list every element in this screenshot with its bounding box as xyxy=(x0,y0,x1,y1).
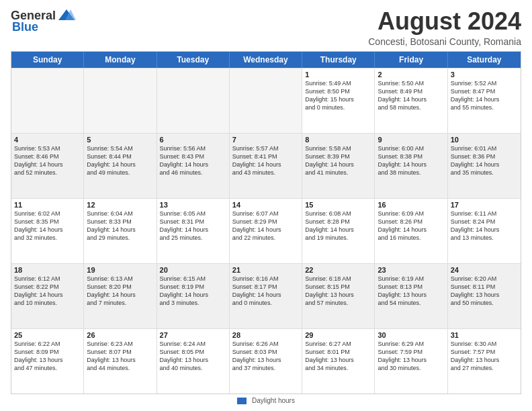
calendar-cell: 4Sunrise: 5:53 AM Sunset: 8:46 PM Daylig… xyxy=(11,134,84,198)
day-number: 15 xyxy=(305,201,371,209)
day-number: 6 xyxy=(160,136,226,144)
cell-text: Sunrise: 6:12 AM Sunset: 8:22 PM Dayligh… xyxy=(14,275,81,308)
page: General Blue August 2024 Concesti, Botos… xyxy=(0,0,532,411)
calendar-cell: 20Sunrise: 6:15 AM Sunset: 8:19 PM Dayli… xyxy=(157,264,230,328)
calendar-cell: 16Sunrise: 6:09 AM Sunset: 8:26 PM Dayli… xyxy=(375,199,447,263)
calendar-cell: 29Sunrise: 6:27 AM Sunset: 8:01 PM Dayli… xyxy=(302,329,375,394)
cell-text: Sunrise: 6:07 AM Sunset: 8:29 PM Dayligh… xyxy=(232,210,299,242)
header-sunday: Sunday xyxy=(11,52,84,68)
calendar-cell: 5Sunrise: 5:54 AM Sunset: 8:44 PM Daylig… xyxy=(84,134,157,198)
footer-label: Daylight hours xyxy=(252,397,295,404)
calendar-row-0: 1Sunrise: 5:49 AM Sunset: 8:50 PM Daylig… xyxy=(11,68,521,133)
calendar-cell: 8Sunrise: 5:58 AM Sunset: 8:39 PM Daylig… xyxy=(302,134,375,198)
calendar-header: Sunday Monday Tuesday Wednesday Thursday… xyxy=(11,52,521,68)
calendar-cell: 11Sunrise: 6:02 AM Sunset: 8:35 PM Dayli… xyxy=(11,199,84,263)
calendar-cell: 2Sunrise: 5:50 AM Sunset: 8:49 PM Daylig… xyxy=(375,68,447,133)
header-friday: Friday xyxy=(375,52,447,68)
day-number: 29 xyxy=(305,331,371,339)
footer: Daylight hours xyxy=(11,394,521,406)
day-number: 30 xyxy=(378,331,444,339)
calendar-row-1: 4Sunrise: 5:53 AM Sunset: 8:46 PM Daylig… xyxy=(11,133,521,198)
cell-text: Sunrise: 5:54 AM Sunset: 8:44 PM Dayligh… xyxy=(87,144,153,177)
logo-icon xyxy=(57,8,76,23)
header: General Blue August 2024 Concesti, Botos… xyxy=(11,8,521,47)
calendar-cell: 6Sunrise: 5:56 AM Sunset: 8:43 PM Daylig… xyxy=(157,134,230,198)
calendar-cell: 30Sunrise: 6:29 AM Sunset: 7:59 PM Dayli… xyxy=(375,329,447,394)
day-number: 3 xyxy=(451,71,518,79)
cell-text: Sunrise: 5:53 AM Sunset: 8:46 PM Dayligh… xyxy=(14,144,81,177)
header-wednesday: Wednesday xyxy=(230,52,302,68)
calendar-cell: 7Sunrise: 5:57 AM Sunset: 8:41 PM Daylig… xyxy=(230,134,302,198)
cell-text: Sunrise: 5:56 AM Sunset: 8:43 PM Dayligh… xyxy=(160,144,226,177)
calendar-cell: 13Sunrise: 6:05 AM Sunset: 8:31 PM Dayli… xyxy=(157,199,230,263)
day-number: 11 xyxy=(14,201,81,209)
calendar-cell: 1Sunrise: 5:49 AM Sunset: 8:50 PM Daylig… xyxy=(302,68,375,133)
cell-text: Sunrise: 6:29 AM Sunset: 7:59 PM Dayligh… xyxy=(378,340,444,373)
calendar-cell: 18Sunrise: 6:12 AM Sunset: 8:22 PM Dayli… xyxy=(11,264,84,328)
day-number: 8 xyxy=(305,136,371,144)
day-number: 2 xyxy=(378,71,444,79)
cell-text: Sunrise: 6:09 AM Sunset: 8:26 PM Dayligh… xyxy=(378,210,444,242)
cell-text: Sunrise: 6:16 AM Sunset: 8:17 PM Dayligh… xyxy=(232,275,299,308)
calendar-cell xyxy=(84,68,157,133)
calendar-cell: 12Sunrise: 6:04 AM Sunset: 8:33 PM Dayli… xyxy=(84,199,157,263)
calendar-cell: 3Sunrise: 5:52 AM Sunset: 8:47 PM Daylig… xyxy=(448,68,521,133)
logo-blue-text: Blue xyxy=(12,20,38,34)
month-title: August 2024 xyxy=(368,8,521,35)
calendar-cell: 26Sunrise: 6:23 AM Sunset: 8:07 PM Dayli… xyxy=(84,329,157,394)
cell-text: Sunrise: 6:02 AM Sunset: 8:35 PM Dayligh… xyxy=(14,210,81,242)
calendar-cell: 10Sunrise: 6:01 AM Sunset: 8:36 PM Dayli… xyxy=(448,134,521,198)
day-number: 13 xyxy=(160,201,226,209)
day-number: 26 xyxy=(87,331,153,339)
footer-legend-box xyxy=(237,398,247,404)
day-number: 5 xyxy=(87,136,153,144)
cell-text: Sunrise: 6:05 AM Sunset: 8:31 PM Dayligh… xyxy=(160,210,226,242)
day-number: 25 xyxy=(14,331,81,339)
calendar: Sunday Monday Tuesday Wednesday Thursday… xyxy=(11,51,521,394)
header-monday: Monday xyxy=(84,52,157,68)
cell-text: Sunrise: 6:24 AM Sunset: 8:05 PM Dayligh… xyxy=(160,340,226,373)
cell-text: Sunrise: 6:00 AM Sunset: 8:38 PM Dayligh… xyxy=(378,144,444,177)
cell-text: Sunrise: 5:57 AM Sunset: 8:41 PM Dayligh… xyxy=(232,144,299,177)
day-number: 28 xyxy=(232,331,299,339)
cell-text: Sunrise: 6:18 AM Sunset: 8:15 PM Dayligh… xyxy=(305,275,371,308)
calendar-cell: 9Sunrise: 6:00 AM Sunset: 8:38 PM Daylig… xyxy=(375,134,447,198)
day-number: 19 xyxy=(87,266,153,274)
cell-text: Sunrise: 6:19 AM Sunset: 8:13 PM Dayligh… xyxy=(378,275,444,308)
cell-text: Sunrise: 6:11 AM Sunset: 8:24 PM Dayligh… xyxy=(451,210,518,242)
day-number: 23 xyxy=(378,266,444,274)
day-number: 31 xyxy=(451,331,518,339)
cell-text: Sunrise: 6:22 AM Sunset: 8:09 PM Dayligh… xyxy=(14,340,81,373)
calendar-body: 1Sunrise: 5:49 AM Sunset: 8:50 PM Daylig… xyxy=(11,68,521,394)
day-number: 16 xyxy=(378,201,444,209)
calendar-cell: 15Sunrise: 6:08 AM Sunset: 8:28 PM Dayli… xyxy=(302,199,375,263)
logo: General Blue xyxy=(11,8,76,34)
cell-text: Sunrise: 5:50 AM Sunset: 8:49 PM Dayligh… xyxy=(378,79,444,112)
calendar-cell: 14Sunrise: 6:07 AM Sunset: 8:29 PM Dayli… xyxy=(230,199,302,263)
day-number: 24 xyxy=(451,266,518,274)
cell-text: Sunrise: 5:49 AM Sunset: 8:50 PM Dayligh… xyxy=(305,79,371,112)
calendar-cell: 31Sunrise: 6:30 AM Sunset: 7:57 PM Dayli… xyxy=(448,329,521,394)
calendar-cell xyxy=(157,68,230,133)
footer-bar: Daylight hours xyxy=(237,397,295,404)
cell-text: Sunrise: 6:26 AM Sunset: 8:03 PM Dayligh… xyxy=(232,340,299,373)
day-number: 10 xyxy=(451,136,518,144)
day-number: 22 xyxy=(305,266,371,274)
calendar-row-3: 18Sunrise: 6:12 AM Sunset: 8:22 PM Dayli… xyxy=(11,263,521,328)
header-saturday: Saturday xyxy=(448,52,521,68)
cell-text: Sunrise: 6:08 AM Sunset: 8:28 PM Dayligh… xyxy=(305,210,371,242)
title-block: August 2024 Concesti, Botosani County, R… xyxy=(368,8,521,47)
calendar-cell xyxy=(11,68,84,133)
day-number: 21 xyxy=(232,266,299,274)
location-title: Concesti, Botosani County, Romania xyxy=(368,36,521,47)
cell-text: Sunrise: 6:30 AM Sunset: 7:57 PM Dayligh… xyxy=(451,340,518,373)
cell-text: Sunrise: 5:52 AM Sunset: 8:47 PM Dayligh… xyxy=(451,79,518,112)
calendar-cell: 28Sunrise: 6:26 AM Sunset: 8:03 PM Dayli… xyxy=(230,329,302,394)
calendar-cell: 17Sunrise: 6:11 AM Sunset: 8:24 PM Dayli… xyxy=(448,199,521,263)
calendar-cell xyxy=(230,68,302,133)
calendar-row-2: 11Sunrise: 6:02 AM Sunset: 8:35 PM Dayli… xyxy=(11,198,521,263)
cell-text: Sunrise: 6:27 AM Sunset: 8:01 PM Dayligh… xyxy=(305,340,371,373)
calendar-cell: 22Sunrise: 6:18 AM Sunset: 8:15 PM Dayli… xyxy=(302,264,375,328)
day-number: 4 xyxy=(14,136,81,144)
day-number: 9 xyxy=(378,136,444,144)
